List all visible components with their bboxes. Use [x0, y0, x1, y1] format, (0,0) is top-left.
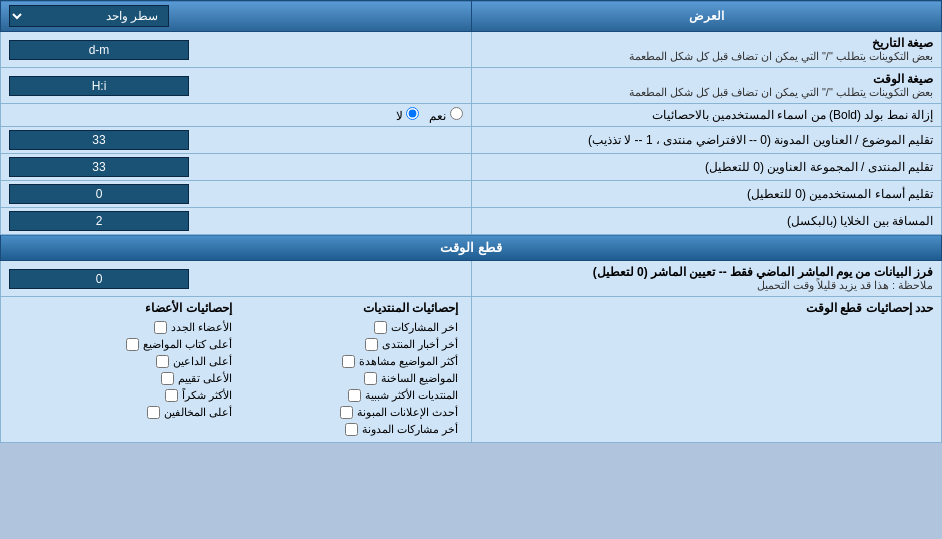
checkbox-item-3: أكثر المواضيع مشاهدة	[240, 353, 459, 370]
stats-label: حدد إحصائيات قطع الوقت	[471, 297, 942, 443]
forum-limit-cell	[1, 154, 472, 181]
bold-remove-label: إزالة نمط بولد (Bold) من اسماء المستخدمي…	[471, 104, 942, 127]
checkbox-item-8: الأعضاء الجدد	[13, 319, 232, 336]
cutoff-section-header: قطع الوقت	[1, 235, 942, 261]
time-format-cell	[1, 68, 472, 104]
checkbox-item-5: المنتديات الأكثر شببية	[240, 387, 459, 404]
stats-forums-header: إحصائيات المنتديات	[240, 301, 459, 315]
cell-spacing-input[interactable]	[9, 211, 189, 231]
topics-limit-label: تقليم الموضوع / العناوين المدونة (0 -- ا…	[471, 127, 942, 154]
users-limit-label: تقليم أسماء المستخدمين (0 للتعطيل)	[471, 181, 942, 208]
checkbox-item-13: أعلى المخالفين	[13, 404, 232, 421]
cell-spacing-label: المسافة بين الخلايا (بالبكسل)	[471, 208, 942, 235]
checkbox-forum-news[interactable]	[365, 338, 378, 351]
stats-members-col: إحصائيات الأعضاء الأعضاء الجدد أعلى كتاب…	[9, 301, 236, 438]
checkbox-item-9: أعلى كتاب المواضيع	[13, 336, 232, 353]
forum-limit-label: تقليم المنتدى / المجموعة العناوين (0 للت…	[471, 154, 942, 181]
cutoff-days-cell	[1, 261, 472, 297]
checkbox-popular-forums[interactable]	[348, 389, 361, 402]
stats-checkboxes-cell: إحصائيات المنتديات اخر المشاركات أخر أخب…	[1, 297, 472, 443]
users-limit-input[interactable]	[9, 184, 189, 204]
checkbox-new-members[interactable]	[154, 321, 167, 334]
bold-yes-label: نعم	[429, 107, 462, 123]
checkbox-item-7: أخر مشاركات المدونة	[240, 421, 459, 438]
bold-remove-cell: لا نعم	[1, 104, 472, 127]
checkbox-last-posts[interactable]	[374, 321, 387, 334]
display-dropdown-cell: سطر واحد سطران ثلاثة أسطر	[1, 1, 472, 32]
checkbox-top-writers[interactable]	[126, 338, 139, 351]
stats-forums-col: إحصائيات المنتديات اخر المشاركات أخر أخب…	[236, 301, 463, 438]
stats-members-header: إحصائيات الأعضاء	[13, 301, 232, 315]
bold-yes-radio[interactable]	[450, 107, 463, 120]
time-format-input[interactable]	[9, 76, 189, 96]
topics-limit-input[interactable]	[9, 130, 189, 150]
checkbox-hot-topics[interactable]	[364, 372, 377, 385]
checkbox-item-6: أحدث الإعلانات المبونة	[240, 404, 459, 421]
checkbox-most-thanks[interactable]	[165, 389, 178, 402]
section-title: العرض	[471, 1, 942, 32]
checkbox-item-10: أعلى الداعين	[13, 353, 232, 370]
checkbox-item-4: المواضيع الساخنة	[240, 370, 459, 387]
cutoff-days-label: فرز البيانات من يوم الماشر الماضي فقط --…	[471, 261, 942, 297]
checkbox-announcements[interactable]	[340, 406, 353, 419]
date-format-cell	[1, 32, 472, 68]
checkbox-item-1: اخر المشاركات	[240, 319, 459, 336]
checkbox-item-12: الأكثر شكراً	[13, 387, 232, 404]
checkbox-item-2: أخر أخبار المنتدى	[240, 336, 459, 353]
checkbox-item-11: الأعلى تقييم	[13, 370, 232, 387]
users-limit-cell	[1, 181, 472, 208]
bold-no-label: لا	[396, 107, 419, 123]
topics-limit-cell	[1, 127, 472, 154]
cutoff-days-input[interactable]	[9, 269, 189, 289]
cell-spacing-cell	[1, 208, 472, 235]
bold-no-radio[interactable]	[406, 107, 419, 120]
checkbox-blog-posts[interactable]	[345, 423, 358, 436]
time-format-label: صيغة الوقت بعض التكوينات يتطلب "/" التي …	[471, 68, 942, 104]
forum-limit-input[interactable]	[9, 157, 189, 177]
checkbox-top-inviters[interactable]	[156, 355, 169, 368]
checkbox-top-rated[interactable]	[161, 372, 174, 385]
date-format-input[interactable]	[9, 40, 189, 60]
date-format-label: صيغة التاريخ بعض التكوينات يتطلب "/" الت…	[471, 32, 942, 68]
checkbox-most-viewed[interactable]	[342, 355, 355, 368]
display-select[interactable]: سطر واحد سطران ثلاثة أسطر	[9, 5, 169, 27]
checkbox-top-violators[interactable]	[147, 406, 160, 419]
